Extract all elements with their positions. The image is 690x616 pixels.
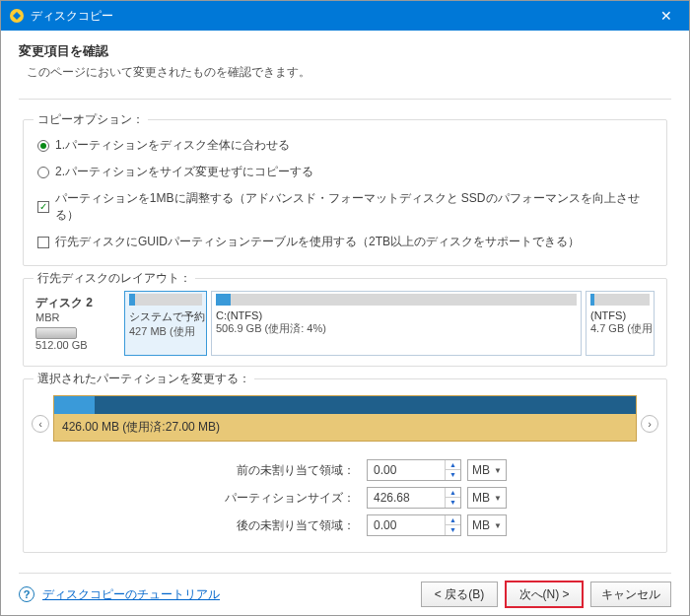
partition-usage-bar bbox=[54, 396, 636, 414]
disk-name: ディスク 2 bbox=[35, 295, 120, 311]
selected-partition-block[interactable]: 426.00 MB (使用済:27.00 MB) bbox=[53, 395, 637, 442]
chevron-down-icon: ▼ bbox=[494, 521, 502, 530]
usage-bar bbox=[129, 294, 202, 306]
field-space-before: 前の未割り当て領域： 0.00 ▲▼ MB▼ bbox=[35, 459, 655, 481]
chevron-down-icon: ▼ bbox=[494, 466, 502, 475]
app-icon bbox=[9, 8, 25, 24]
disk-size: 512.00 GB bbox=[35, 339, 120, 351]
page-subtitle: このページにおいて変更されたものを確認できます。 bbox=[19, 64, 671, 81]
wizard-header: 変更項目を確認 このページにおいて変更されたものを確認できます。 bbox=[1, 31, 689, 91]
disk-icon bbox=[35, 327, 77, 339]
next-button[interactable]: 次へ(N) > bbox=[506, 582, 583, 607]
disk-info: ディスク 2 MBR 512.00 GB bbox=[35, 291, 120, 356]
field-partition-size: パーティションサイズ： 426.68 ▲▼ MB▼ bbox=[35, 487, 655, 509]
spin-down-icon[interactable]: ▼ bbox=[446, 498, 460, 508]
partition-size: 4.7 GB (使用 bbox=[590, 321, 650, 336]
field-label: 後の未割り当て領域： bbox=[35, 517, 361, 534]
input-value: 0.00 bbox=[368, 518, 445, 532]
field-label: パーティションサイズ： bbox=[35, 490, 361, 507]
checkbox-guid[interactable]: 行先ディスクにGUIDパーティションテーブルを使用する（2TB以上のディスクをサ… bbox=[35, 229, 655, 255]
field-space-after: 後の未割り当て領域： 0.00 ▲▼ MB▼ bbox=[35, 514, 655, 536]
spin-up-icon[interactable]: ▲ bbox=[446, 515, 460, 525]
group-title: コピーオプション： bbox=[34, 111, 148, 128]
content-area: コピーオプション： 1.パーティションをディスク全体に合わせる 2.パーティショ… bbox=[1, 100, 689, 561]
unit-select[interactable]: MB▼ bbox=[467, 514, 507, 536]
partition-info: 426.00 MB (使用済:27.00 MB) bbox=[54, 414, 636, 441]
partition-size: 506.9 GB (使用済: 4%) bbox=[216, 321, 577, 336]
unit-label: MB bbox=[472, 463, 490, 477]
unit-label: MB bbox=[472, 491, 490, 505]
cancel-button[interactable]: キャンセル bbox=[590, 582, 671, 607]
edit-partition-group: 選択されたパーティションを変更する： ‹ › 426.00 MB (使用済:27… bbox=[23, 378, 667, 553]
partition-size: 427 MB (使用 bbox=[129, 324, 202, 339]
input-value: 426.68 bbox=[368, 491, 445, 505]
checkbox-label: 行先ディスクにGUIDパーティションテーブルを使用する（2TB以上のディスクをサ… bbox=[55, 234, 580, 250]
group-title: 行先ディスクのレイアウト： bbox=[34, 270, 195, 287]
radio-fit-disk[interactable]: 1.パーティションをディスク全体に合わせる bbox=[35, 132, 655, 159]
radio-no-resize[interactable]: 2.パーティションをサイズ変更せずにコピーする bbox=[35, 159, 655, 185]
close-icon[interactable]: ✕ bbox=[652, 8, 681, 24]
scroll-left-button[interactable]: ‹ bbox=[32, 415, 49, 433]
input-value: 0.00 bbox=[368, 463, 445, 477]
radio-icon bbox=[37, 140, 49, 152]
usage-bar bbox=[216, 294, 577, 306]
checkbox-label: パーティションを1MBに調整する（アドバンスド・フォーマットディスクと SSDの… bbox=[55, 190, 653, 224]
copy-options-group: コピーオプション： 1.パーティションをディスク全体に合わせる 2.パーティショ… bbox=[23, 119, 667, 266]
titlebar: ディスクコピー ✕ bbox=[1, 1, 689, 31]
checkbox-align-1mb[interactable]: パーティションを1MBに調整する（アドバンスド・フォーマットディスクと SSDの… bbox=[35, 185, 655, 229]
spinner[interactable]: ▲▼ bbox=[445, 460, 460, 480]
partition-editor: ‹ › 426.00 MB (使用済:27.00 MB) bbox=[35, 391, 655, 445]
group-title: 選択されたパーティションを変更する： bbox=[34, 371, 254, 387]
back-button[interactable]: < 戻る(B) bbox=[421, 582, 498, 607]
disk-layout-row: ディスク 2 MBR 512.00 GB システムで予約 427 MB (使用 … bbox=[35, 291, 655, 356]
unit-select[interactable]: MB▼ bbox=[467, 459, 507, 481]
spinner[interactable]: ▲▼ bbox=[445, 515, 460, 535]
partition-system-reserved[interactable]: システムで予約 427 MB (使用 bbox=[124, 291, 207, 356]
footer: ? ディスクコピーのチュートリアル < 戻る(B) 次へ(N) > キャンセル bbox=[1, 574, 689, 616]
dest-layout-group: 行先ディスクのレイアウト： ディスク 2 MBR 512.00 GB システムで… bbox=[23, 278, 667, 367]
chevron-down-icon: ▼ bbox=[494, 494, 502, 503]
size-fields: 前の未割り当て領域： 0.00 ▲▼ MB▼ パーティションサイズ： 426.6… bbox=[35, 459, 655, 536]
spin-down-icon[interactable]: ▼ bbox=[446, 525, 460, 535]
spin-down-icon[interactable]: ▼ bbox=[446, 470, 460, 480]
page-title: 変更項目を確認 bbox=[19, 42, 671, 60]
partition-ntfs[interactable]: (NTFS) 4.7 GB (使用 bbox=[586, 291, 655, 356]
radio-icon bbox=[37, 167, 49, 178]
radio-label: 1.パーティションをディスク全体に合わせる bbox=[55, 137, 290, 154]
partition-c[interactable]: C:(NTFS) 506.9 GB (使用済: 4%) bbox=[211, 291, 582, 356]
spin-up-icon[interactable]: ▲ bbox=[446, 460, 460, 470]
space-before-input[interactable]: 0.00 ▲▼ bbox=[367, 459, 461, 481]
usage-bar bbox=[590, 294, 650, 306]
window-title: ディスクコピー bbox=[31, 8, 652, 25]
partition-size-input[interactable]: 426.68 ▲▼ bbox=[367, 487, 461, 509]
scroll-right-button[interactable]: › bbox=[641, 415, 658, 433]
partition-name: (NTFS) bbox=[590, 309, 650, 321]
space-after-input[interactable]: 0.00 ▲▼ bbox=[367, 514, 461, 536]
help-icon[interactable]: ? bbox=[19, 586, 34, 602]
checkbox-icon bbox=[37, 237, 49, 248]
tutorial-link[interactable]: ディスクコピーのチュートリアル bbox=[42, 586, 220, 603]
partition-name: C:(NTFS) bbox=[216, 309, 577, 321]
unit-label: MB bbox=[472, 518, 490, 532]
spinner[interactable]: ▲▼ bbox=[445, 488, 460, 508]
spin-up-icon[interactable]: ▲ bbox=[446, 488, 460, 498]
partition-name: システムで予約 bbox=[129, 309, 202, 324]
field-label: 前の未割り当て領域： bbox=[35, 462, 361, 479]
checkbox-icon bbox=[37, 201, 49, 213]
unit-select[interactable]: MB▼ bbox=[467, 487, 507, 509]
disk-type: MBR bbox=[35, 311, 120, 323]
radio-label: 2.パーティションをサイズ変更せずにコピーする bbox=[55, 164, 313, 180]
